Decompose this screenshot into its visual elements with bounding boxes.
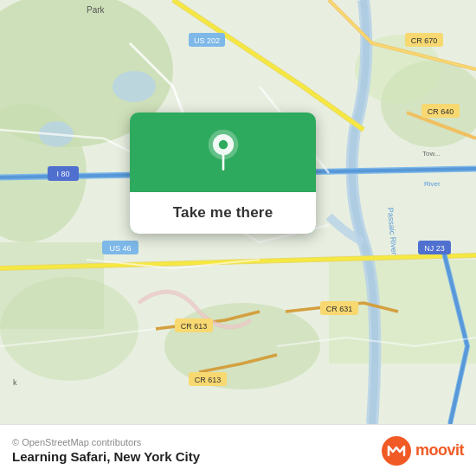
svg-point-9 <box>113 71 156 102</box>
svg-rect-8 <box>0 242 104 329</box>
svg-text:NJ 23: NJ 23 <box>424 244 445 253</box>
svg-point-38 <box>382 436 411 466</box>
take-me-there-button[interactable]: Take me there <box>130 192 316 234</box>
svg-text:CR 670: CR 670 <box>411 36 438 45</box>
map-attribution: © OpenStreetMap contributors <box>12 437 200 447</box>
map-container: Park CR 670 US 202 I 80 CR 640 US 46 NJ … <box>0 0 476 424</box>
svg-text:I 80: I 80 <box>56 170 69 178</box>
svg-text:US 202: US 202 <box>194 36 220 45</box>
svg-text:Park: Park <box>87 5 106 15</box>
svg-text:Tow...: Tow... <box>422 150 440 158</box>
svg-point-37 <box>218 140 227 149</box>
moovit-logo: moovit <box>382 436 464 466</box>
svg-text:CR 613: CR 613 <box>181 322 208 331</box>
svg-text:River: River <box>424 180 441 188</box>
svg-text:US 46: US 46 <box>109 244 131 253</box>
moovit-icon <box>382 436 411 466</box>
svg-text:CR 640: CR 640 <box>428 107 454 116</box>
bottom-info: © OpenStreetMap contributors Learning Sa… <box>12 437 200 464</box>
bottom-bar: © OpenStreetMap contributors Learning Sa… <box>0 424 476 476</box>
svg-text:k: k <box>13 378 17 387</box>
location-card: Take me there <box>130 113 316 234</box>
map-pin-icon <box>201 128 246 173</box>
svg-text:CR 613: CR 613 <box>195 376 222 384</box>
moovit-text: moovit <box>415 441 464 460</box>
location-name: Learning Safari, New York City <box>12 449 200 464</box>
svg-text:CR 631: CR 631 <box>326 305 353 313</box>
